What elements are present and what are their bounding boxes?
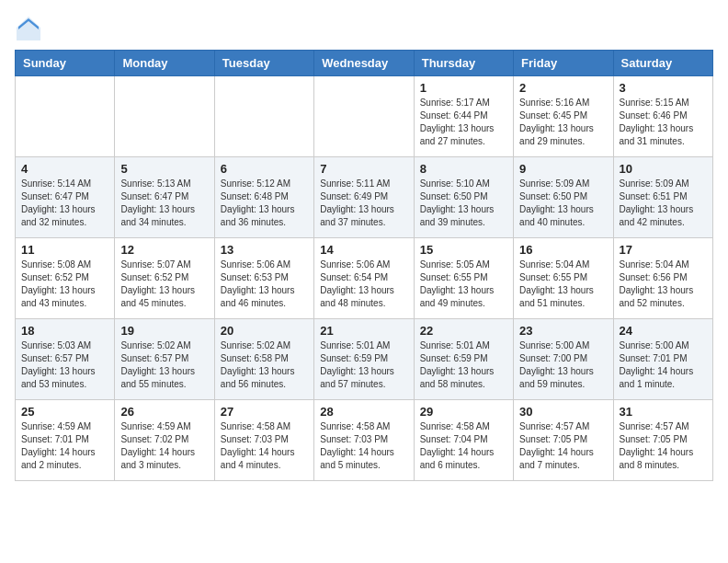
- week-row-4: 18Sunrise: 5:03 AM Sunset: 6:57 PM Dayli…: [16, 319, 713, 400]
- calendar-cell: 1Sunrise: 5:17 AM Sunset: 6:44 PM Daylig…: [414, 76, 513, 157]
- weekday-friday: Friday: [514, 51, 613, 76]
- calendar-cell: 12Sunrise: 5:07 AM Sunset: 6:52 PM Dayli…: [115, 238, 214, 319]
- day-content: Sunrise: 5:09 AM Sunset: 6:51 PM Dayligh…: [620, 178, 707, 229]
- logo-icon: [15, 15, 42, 42]
- day-content: Sunrise: 5:07 AM Sunset: 6:52 PM Dayligh…: [120, 259, 208, 310]
- calendar-cell: 5Sunrise: 5:13 AM Sunset: 6:47 PM Daylig…: [115, 157, 214, 238]
- calendar-cell: 11Sunrise: 5:08 AM Sunset: 6:52 PM Dayli…: [16, 238, 115, 319]
- day-number: 31: [620, 405, 707, 419]
- weekday-saturday: Saturday: [613, 51, 712, 76]
- week-row-3: 11Sunrise: 5:08 AM Sunset: 6:52 PM Dayli…: [16, 238, 713, 319]
- day-content: Sunrise: 5:02 AM Sunset: 6:58 PM Dayligh…: [221, 339, 308, 391]
- week-row-1: 1Sunrise: 5:17 AM Sunset: 6:44 PM Daylig…: [16, 76, 713, 157]
- day-content: Sunrise: 4:58 AM Sunset: 7:03 PM Dayligh…: [221, 420, 308, 472]
- calendar-cell: 17Sunrise: 5:04 AM Sunset: 6:56 PM Dayli…: [613, 238, 712, 319]
- day-number: 26: [120, 405, 208, 419]
- day-number: 17: [620, 243, 707, 257]
- day-content: Sunrise: 5:03 AM Sunset: 6:57 PM Dayligh…: [21, 339, 108, 391]
- calendar-cell: 10Sunrise: 5:09 AM Sunset: 6:51 PM Dayli…: [613, 157, 712, 238]
- calendar-table: SundayMondayTuesdayWednesdayThursdayFrid…: [15, 50, 713, 481]
- day-content: Sunrise: 5:10 AM Sunset: 6:50 PM Dayligh…: [420, 178, 507, 229]
- calendar-cell: 13Sunrise: 5:06 AM Sunset: 6:53 PM Dayli…: [214, 238, 313, 319]
- day-number: 15: [420, 243, 507, 257]
- weekday-tuesday: Tuesday: [214, 51, 313, 76]
- week-row-5: 25Sunrise: 4:59 AM Sunset: 7:01 PM Dayli…: [16, 400, 713, 481]
- day-number: 4: [21, 162, 108, 176]
- calendar-cell: 18Sunrise: 5:03 AM Sunset: 6:57 PM Dayli…: [16, 319, 115, 400]
- calendar-cell: 15Sunrise: 5:05 AM Sunset: 6:55 PM Dayli…: [414, 238, 513, 319]
- day-number: 9: [519, 162, 607, 176]
- day-number: 24: [620, 324, 707, 338]
- calendar-cell: 16Sunrise: 5:04 AM Sunset: 6:55 PM Dayli…: [514, 238, 613, 319]
- day-content: Sunrise: 5:00 AM Sunset: 7:00 PM Dayligh…: [519, 339, 607, 391]
- calendar-cell: 4Sunrise: 5:14 AM Sunset: 6:47 PM Daylig…: [16, 157, 115, 238]
- day-content: Sunrise: 5:01 AM Sunset: 6:59 PM Dayligh…: [420, 339, 507, 391]
- calendar-cell: 31Sunrise: 4:57 AM Sunset: 7:05 PM Dayli…: [613, 400, 712, 481]
- day-content: Sunrise: 5:04 AM Sunset: 6:56 PM Dayligh…: [620, 259, 707, 310]
- day-content: Sunrise: 5:16 AM Sunset: 6:45 PM Dayligh…: [519, 97, 607, 148]
- calendar-cell: 21Sunrise: 5:01 AM Sunset: 6:59 PM Dayli…: [314, 319, 414, 400]
- calendar-cell: 24Sunrise: 5:00 AM Sunset: 7:01 PM Dayli…: [613, 319, 712, 400]
- calendar-cell: 26Sunrise: 4:59 AM Sunset: 7:02 PM Dayli…: [115, 400, 214, 481]
- day-number: 25: [21, 405, 108, 419]
- day-content: Sunrise: 5:05 AM Sunset: 6:55 PM Dayligh…: [420, 259, 507, 310]
- day-number: 21: [320, 324, 407, 338]
- day-number: 22: [420, 324, 507, 338]
- calendar-cell: 7Sunrise: 5:11 AM Sunset: 6:49 PM Daylig…: [314, 157, 414, 238]
- day-number: 14: [320, 243, 407, 257]
- day-number: 11: [21, 243, 108, 257]
- day-number: 19: [120, 324, 208, 338]
- day-number: 8: [420, 162, 507, 176]
- calendar-cell: 20Sunrise: 5:02 AM Sunset: 6:58 PM Dayli…: [214, 319, 313, 400]
- weekday-header-row: SundayMondayTuesdayWednesdayThursdayFrid…: [16, 51, 713, 76]
- calendar-cell: 25Sunrise: 4:59 AM Sunset: 7:01 PM Dayli…: [16, 400, 115, 481]
- day-number: 27: [221, 405, 308, 419]
- day-content: Sunrise: 5:11 AM Sunset: 6:49 PM Dayligh…: [320, 178, 407, 229]
- day-content: Sunrise: 5:17 AM Sunset: 6:44 PM Dayligh…: [420, 97, 507, 148]
- day-content: Sunrise: 5:09 AM Sunset: 6:50 PM Dayligh…: [519, 178, 607, 229]
- day-number: 29: [420, 405, 507, 419]
- calendar-cell: 28Sunrise: 4:58 AM Sunset: 7:03 PM Dayli…: [314, 400, 414, 481]
- day-number: 5: [120, 162, 208, 176]
- calendar-cell: 2Sunrise: 5:16 AM Sunset: 6:45 PM Daylig…: [514, 76, 613, 157]
- calendar-cell: 29Sunrise: 4:58 AM Sunset: 7:04 PM Dayli…: [414, 400, 513, 481]
- day-number: 12: [120, 243, 208, 257]
- day-content: Sunrise: 4:57 AM Sunset: 7:05 PM Dayligh…: [519, 420, 607, 472]
- calendar-cell: 9Sunrise: 5:09 AM Sunset: 6:50 PM Daylig…: [514, 157, 613, 238]
- day-content: Sunrise: 5:06 AM Sunset: 6:53 PM Dayligh…: [221, 259, 308, 310]
- day-content: Sunrise: 5:00 AM Sunset: 7:01 PM Dayligh…: [620, 339, 707, 391]
- calendar-cell: 8Sunrise: 5:10 AM Sunset: 6:50 PM Daylig…: [414, 157, 513, 238]
- day-number: 1: [420, 81, 507, 95]
- calendar-cell: 23Sunrise: 5:00 AM Sunset: 7:00 PM Dayli…: [514, 319, 613, 400]
- calendar-cell: [115, 76, 214, 157]
- day-number: 3: [620, 81, 707, 95]
- day-content: Sunrise: 5:08 AM Sunset: 6:52 PM Dayligh…: [21, 259, 108, 310]
- day-content: Sunrise: 4:59 AM Sunset: 7:01 PM Dayligh…: [21, 420, 108, 472]
- day-number: 28: [320, 405, 407, 419]
- weekday-sunday: Sunday: [16, 51, 115, 76]
- day-number: 23: [519, 324, 607, 338]
- calendar-cell: 22Sunrise: 5:01 AM Sunset: 6:59 PM Dayli…: [414, 319, 513, 400]
- day-number: 13: [221, 243, 308, 257]
- calendar-cell: [16, 76, 115, 157]
- day-number: 30: [519, 405, 607, 419]
- day-number: 16: [519, 243, 607, 257]
- day-content: Sunrise: 5:14 AM Sunset: 6:47 PM Dayligh…: [21, 178, 108, 229]
- day-number: 6: [221, 162, 308, 176]
- day-content: Sunrise: 5:15 AM Sunset: 6:46 PM Dayligh…: [620, 97, 707, 148]
- day-content: Sunrise: 5:01 AM Sunset: 6:59 PM Dayligh…: [320, 339, 407, 391]
- day-number: 18: [21, 324, 108, 338]
- calendar-cell: [314, 76, 414, 157]
- day-number: 2: [519, 81, 607, 95]
- day-content: Sunrise: 5:13 AM Sunset: 6:47 PM Dayligh…: [120, 178, 208, 229]
- day-number: 20: [221, 324, 308, 338]
- calendar-cell: 19Sunrise: 5:02 AM Sunset: 6:57 PM Dayli…: [115, 319, 214, 400]
- day-number: 7: [320, 162, 407, 176]
- calendar-cell: 27Sunrise: 4:58 AM Sunset: 7:03 PM Dayli…: [214, 400, 313, 481]
- calendar-cell: [214, 76, 313, 157]
- day-content: Sunrise: 5:06 AM Sunset: 6:54 PM Dayligh…: [320, 259, 407, 310]
- page-header: [15, 15, 713, 42]
- calendar-cell: 6Sunrise: 5:12 AM Sunset: 6:48 PM Daylig…: [214, 157, 313, 238]
- day-content: Sunrise: 5:04 AM Sunset: 6:55 PM Dayligh…: [519, 259, 607, 310]
- day-number: 10: [620, 162, 707, 176]
